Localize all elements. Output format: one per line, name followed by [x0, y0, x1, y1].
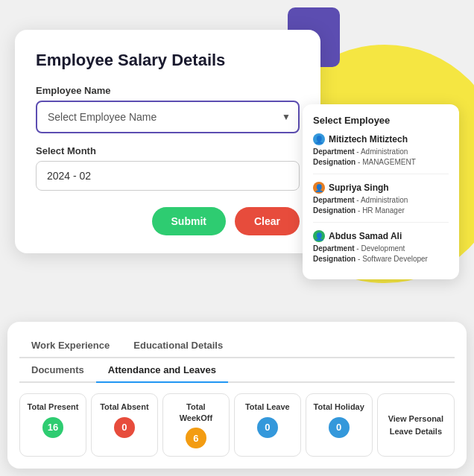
employee-dropdown-card: Select Employee 👤 Mitiztech Mitiztech De…	[303, 104, 459, 279]
submit-button[interactable]: Submit	[152, 207, 226, 235]
stat-total-holiday: Total Holiday 0	[306, 393, 373, 457]
list-item[interactable]: 👤 Supriya Singh Department - Administrat…	[313, 182, 449, 223]
emp-name-row: 👤 Abdus Samad Ali	[313, 230, 449, 242]
bottom-panel: Work Experience Educational Details Docu…	[7, 322, 467, 469]
list-item[interactable]: 👤 Mitiztech Mitiztech Department - Admin…	[313, 133, 449, 174]
dropdown-title: Select Employee	[313, 115, 449, 126]
stat-label-leave: Total Leave	[245, 402, 290, 412]
select-month-label: Select Month	[36, 145, 300, 156]
button-row: Submit Clear	[36, 207, 300, 235]
emp-name: Mitiztech Mitiztech	[329, 134, 408, 145]
stat-total-present: Total Present 16	[19, 393, 86, 457]
tabs-row-2: Documents Attendance and Leaves	[19, 358, 455, 383]
employee-select[interactable]: Select Employee Name	[36, 101, 300, 133]
stat-badge-leave: 0	[257, 417, 278, 438]
stat-badge-present: 16	[42, 417, 63, 438]
stat-total-weekoff: Total WeekOff 6	[162, 393, 230, 457]
employee-name-label: Employee Name	[36, 85, 300, 96]
stat-total-absent: Total Absent 0	[91, 393, 158, 457]
stats-row: Total Present 16 Total Absent 0 Total We…	[19, 393, 455, 457]
stat-label-absent: Total Absent	[100, 402, 148, 412]
emp-designation: Designation - MANAGEMENT	[313, 157, 449, 168]
emp-name: Supriya Singh	[329, 183, 389, 193]
avatar: 👤	[313, 133, 325, 145]
view-personal-leave-card[interactable]: View Personal Leave Details	[377, 393, 455, 457]
avatar: 👤	[313, 182, 325, 194]
emp-name-row: 👤 Mitiztech Mitiztech	[313, 133, 449, 145]
emp-detail: Department - Administration	[313, 195, 449, 206]
employee-select-wrapper: Select Employee Name ▼	[36, 101, 300, 133]
clear-button[interactable]: Clear	[235, 207, 300, 235]
tab-attendance-leaves[interactable]: Attendance and Leaves	[96, 358, 228, 383]
emp-detail: Department - Administration	[313, 147, 449, 157]
stat-label-present: Total Present	[28, 402, 79, 412]
page-title: Employee Salary Details	[36, 51, 300, 70]
emp-name: Abdus Samad Ali	[329, 231, 402, 241]
emp-designation: Designation - Software Developer	[313, 254, 449, 264]
stat-badge-weekoff: 6	[186, 428, 206, 448]
month-input[interactable]: 2024 - 02	[36, 161, 300, 191]
tab-work-experience[interactable]: Work Experience	[19, 334, 121, 358]
stat-badge-holiday: 0	[329, 417, 350, 438]
emp-detail: Department - Development	[313, 244, 449, 254]
stat-label-weekoff: Total WeekOff	[169, 402, 223, 423]
stat-badge-absent: 0	[114, 417, 135, 438]
emp-name-row: 👤 Supriya Singh	[313, 182, 449, 194]
list-item[interactable]: 👤 Abdus Samad Ali Department - Developme…	[313, 230, 449, 270]
tabs-row-1: Work Experience Educational Details	[19, 334, 455, 358]
salary-card: Employee Salary Details Employee Name Se…	[15, 30, 320, 253]
avatar: 👤	[313, 230, 325, 242]
stat-total-leave: Total Leave 0	[234, 393, 301, 457]
tab-documents[interactable]: Documents	[19, 358, 96, 383]
emp-designation: Designation - HR Manager	[313, 206, 449, 216]
stat-label-holiday: Total Holiday	[314, 402, 364, 412]
view-personal-label: View Personal Leave Details	[384, 413, 448, 437]
tab-educational-details[interactable]: Educational Details	[121, 334, 235, 358]
